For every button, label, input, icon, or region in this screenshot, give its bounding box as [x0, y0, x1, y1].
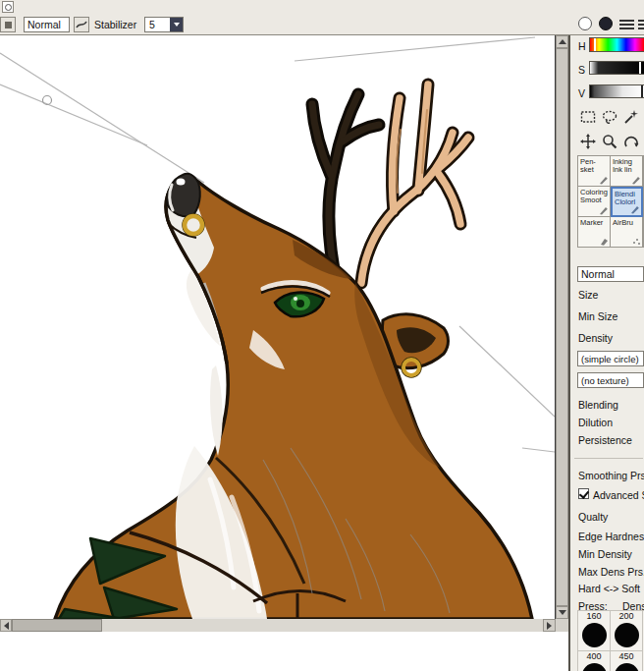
brush-cell-coloring[interactable]: Coloring Smoot [578, 187, 611, 217]
panel-toggle-button[interactable] [0, 17, 16, 32]
v-scroll-thumb[interactable] [556, 48, 568, 606]
stabilizer-icon [76, 19, 87, 30]
preset-size-450[interactable]: 450 [611, 651, 643, 671]
dilution-label: Dilution [578, 418, 613, 428]
blend-mode-value: Normal [27, 19, 61, 30]
v-scroll-up-button[interactable] [556, 35, 568, 48]
top-toolbar: Normal Stabilizer 5 [0, 0, 644, 35]
tool-magic-wand[interactable] [622, 108, 640, 126]
scroll-corner [556, 619, 569, 632]
persistence-label: Persistence [578, 435, 632, 446]
h-scroll-left-button[interactable] [0, 619, 12, 632]
menu-icon[interactable] [619, 19, 634, 30]
h-scroll-thumb[interactable] [12, 619, 102, 632]
brush-blend-mode-select[interactable]: Normal [577, 266, 644, 282]
density-label: Density [578, 333, 613, 344]
min-density-label: Min Density [578, 549, 632, 560]
right-panel: H S V P [569, 35, 644, 671]
bottom-blank-area [0, 632, 569, 671]
tool-move[interactable] [579, 133, 597, 150]
dropdown-arrow-icon[interactable] [170, 18, 183, 31]
tool-rect-select[interactable] [579, 108, 597, 126]
stabilizer-icon-button[interactable] [74, 17, 89, 32]
edge-hardness-label: Edge Hardness [578, 531, 644, 542]
color-mixer-icon[interactable] [599, 17, 613, 30]
pen-icon [631, 175, 641, 185]
tool-rotate[interactable] [622, 133, 640, 150]
preset-size-160[interactable]: 160 [578, 611, 611, 651]
brush-cell-pen-sketch[interactable]: Pen-sket [578, 156, 611, 187]
stabilizer-value: 5 [145, 19, 170, 30]
max-dens-label: Max Dens Prs. [578, 567, 644, 578]
stabilizer-value-select[interactable]: 5 [144, 17, 184, 32]
brush-shape-select[interactable]: (simple circle) [577, 351, 644, 366]
app-icon [2, 1, 14, 13]
brush-cell-inking[interactable]: Inking Ink lin [611, 156, 643, 187]
menu-icon-2[interactable] [638, 19, 644, 30]
min-size-label: Min Size [578, 311, 617, 322]
canvas-artwork[interactable] [0, 35, 555, 619]
brush-grid: Pen-sket Inking Ink lin Coloring Smoot B… [577, 155, 644, 248]
brush-cell-marker[interactable]: Marker [578, 217, 611, 248]
smoothing-label: Smoothing Prs [578, 471, 644, 481]
stabilizer-label: Stabilizer [94, 20, 136, 30]
blending-label: Blending [578, 400, 618, 411]
h-scrollbar[interactable] [0, 619, 556, 632]
brush-icon [630, 204, 640, 214]
preset-size-200[interactable]: 200 [611, 611, 643, 651]
tool-lasso[interactable] [601, 108, 618, 126]
h-scroll-right-button[interactable] [543, 619, 556, 632]
pencil-icon [599, 205, 609, 215]
size-label: Size [578, 290, 598, 301]
brush-texture-select[interactable]: (no texture) [577, 372, 644, 388]
pen-icon [599, 175, 609, 185]
brush-preview-circle [615, 623, 639, 647]
brush-size-presets: 160 200 400 450 [577, 610, 644, 671]
value-slider[interactable] [589, 84, 644, 98]
quality-label: Qualty [578, 512, 608, 523]
brush-preview-circle [615, 663, 639, 671]
saturation-label: S [578, 65, 585, 76]
marker-icon [599, 236, 609, 246]
color-wheel-icon[interactable] [578, 17, 592, 30]
brush-cell-blending[interactable]: Blendi Clolorl [611, 187, 643, 217]
hue-label: H [578, 41, 586, 52]
value-label: V [578, 88, 585, 99]
advanced-settings-checkbox[interactable] [578, 488, 589, 499]
hue-slider[interactable] [589, 37, 644, 52]
tool-zoom[interactable] [601, 133, 618, 150]
v-scrollbar[interactable] [556, 35, 569, 619]
brush-preview-circle [582, 623, 607, 647]
painttool-window: Normal Stabilizer 5 [0, 0, 644, 671]
brush-preview-circle [582, 663, 607, 671]
canvas-viewport [0, 35, 556, 619]
hard-soft-label: Hard <-> Soft [578, 584, 640, 594]
v-scroll-down-button[interactable] [556, 606, 568, 619]
blend-mode-select[interactable]: Normal [24, 17, 70, 32]
advanced-settings-label: Advanced S [593, 490, 644, 501]
airbrush-icon [631, 236, 641, 246]
brush-cell-airbrush[interactable]: AirBru [611, 217, 643, 248]
preset-size-400[interactable]: 400 [578, 651, 611, 671]
section-divider [574, 458, 643, 459]
saturation-slider[interactable] [589, 61, 644, 75]
